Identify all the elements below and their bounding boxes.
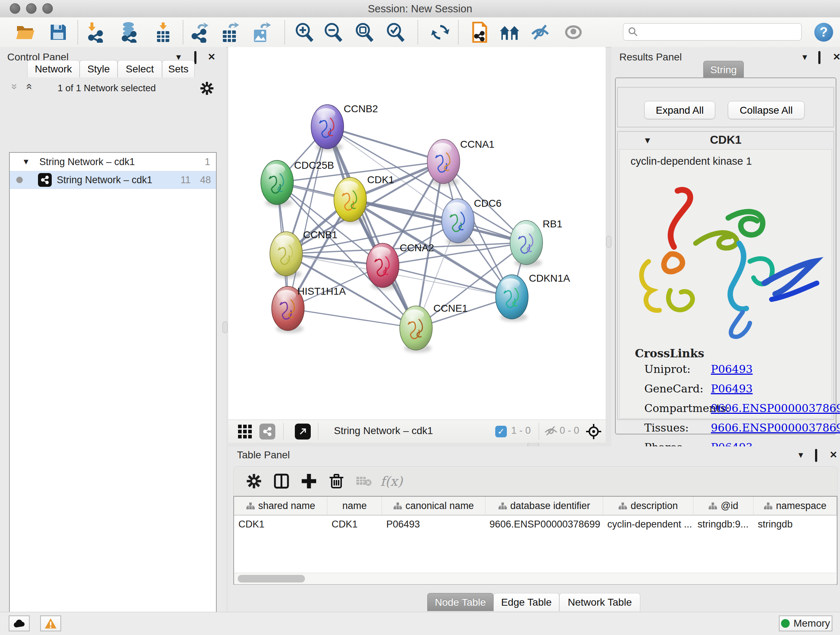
birdseye-view-icon[interactable] xyxy=(236,423,254,440)
network-node-CCNB2[interactable] xyxy=(311,105,344,151)
table-settings-gear-icon[interactable] xyxy=(244,471,264,491)
warning-status-button[interactable] xyxy=(40,616,61,631)
import-table-file-icon[interactable] xyxy=(152,21,174,43)
network-canvas[interactable]: CCNB2 CCNA1 CDC25B CDK1 CDC6 RB1 CCNB1 C… xyxy=(228,47,606,420)
results-panel-close-icon[interactable]: ✕ xyxy=(833,51,840,63)
control-panel-close-icon[interactable]: ✕ xyxy=(208,51,216,63)
control-panel-float-icon[interactable] xyxy=(194,52,196,63)
table-cell[interactable]: stringdb xyxy=(753,515,837,533)
node-label-CDC6: CDC6 xyxy=(474,198,501,209)
network-row[interactable]: String Network – cdk1 11 48 xyxy=(10,171,216,189)
table-panel-title: Table Panel xyxy=(237,449,290,461)
hide-selection-icon[interactable] xyxy=(529,21,551,43)
first-neighbors-icon[interactable] xyxy=(499,21,522,43)
gene-symbol: CDK1 xyxy=(618,133,834,147)
tab-network[interactable]: Network xyxy=(27,60,80,78)
search-input[interactable] xyxy=(638,26,792,38)
open-session-icon[interactable] xyxy=(14,21,37,43)
delete-column-trash-icon[interactable] xyxy=(326,471,347,491)
zoom-in-icon[interactable] xyxy=(293,21,316,43)
show-all-icon[interactable] xyxy=(562,21,584,43)
network-edge[interactable] xyxy=(327,127,416,328)
export-image-icon[interactable] xyxy=(250,21,273,43)
expand-all-button[interactable]: Expand All xyxy=(644,101,715,119)
fit-selected-crosshair-icon[interactable] xyxy=(585,423,602,440)
column-header[interactable]: description xyxy=(603,497,693,515)
crosslink-value-link[interactable]: 9606.ENSP00000378699 xyxy=(711,421,840,434)
column-header[interactable]: canonical name xyxy=(382,497,485,515)
node-table[interactable]: shared namenamecanonical namedatabase id… xyxy=(233,496,837,585)
table-row[interactable]: CDK1CDK1P064939606.ENSP00000378699cyclin… xyxy=(234,515,837,533)
table-panel-float-icon[interactable] xyxy=(815,450,817,461)
results-panel-collapse-icon[interactable]: ▾ xyxy=(802,51,807,63)
collection-label: String Network – cdk1 xyxy=(39,157,135,168)
zoom-out-icon[interactable] xyxy=(322,21,344,43)
navbar-separator xyxy=(318,423,318,440)
table-panel-collapse-icon[interactable]: ▾ xyxy=(798,449,803,461)
network-node-CDC6[interactable] xyxy=(442,199,474,245)
crosslink-value-link[interactable]: 9606.ENSP00000378699 xyxy=(711,402,840,415)
table-cell[interactable]: 9606.ENSP00000378699 xyxy=(485,515,603,533)
export-network-icon[interactable] xyxy=(189,21,211,43)
toolbar-search[interactable] xyxy=(623,23,802,41)
column-header[interactable]: @id xyxy=(693,497,753,515)
network-node-CDKN1A[interactable] xyxy=(496,275,528,321)
refresh-icon[interactable] xyxy=(429,21,452,43)
help-button[interactable]: ? xyxy=(813,21,835,43)
collapse-all-button[interactable]: Collapse All xyxy=(728,101,805,119)
left-splitter-handle[interactable] xyxy=(223,321,227,333)
zoom-fit-icon[interactable] xyxy=(353,21,376,43)
import-network-file-icon[interactable] xyxy=(85,21,107,43)
tab-style[interactable]: Style xyxy=(80,60,118,78)
column-header[interactable]: database identifier xyxy=(485,497,603,515)
table-panel-close-icon[interactable]: ✕ xyxy=(829,449,837,461)
results-panel-float-icon[interactable] xyxy=(818,52,821,63)
network-collection-row[interactable]: ▼ String Network – cdk1 1 xyxy=(10,153,216,171)
add-column-icon[interactable] xyxy=(299,471,319,491)
table-hscrollbar-thumb[interactable] xyxy=(238,575,305,583)
network-options-gear-icon[interactable] xyxy=(200,81,214,97)
network-node-CDC25B[interactable] xyxy=(261,160,294,207)
tab-node-table[interactable]: Node Table xyxy=(427,593,493,611)
export-table-icon[interactable] xyxy=(219,21,242,43)
right-splitter-handle[interactable] xyxy=(606,236,611,248)
crosslink-value-link[interactable]: P06493 xyxy=(711,382,753,395)
crosslink-value-link[interactable]: P06493 xyxy=(711,363,753,375)
save-session-icon[interactable] xyxy=(47,21,69,43)
tab-select[interactable]: Select xyxy=(118,60,162,78)
tab-network-table[interactable]: Network Table xyxy=(559,593,640,611)
table-cell[interactable]: stringdb:9... xyxy=(693,515,753,533)
annotation-mode-icon[interactable] xyxy=(294,423,311,440)
results-buttons-box: Expand All Collapse All xyxy=(617,87,834,127)
table-cell[interactable]: CDK1 xyxy=(327,515,382,533)
network-node-CDK1[interactable] xyxy=(334,177,366,224)
network-node-CCNB1[interactable] xyxy=(270,232,302,279)
network-node-RB1[interactable] xyxy=(510,220,543,267)
column-header[interactable]: shared name xyxy=(234,497,327,515)
column-header[interactable]: namespace xyxy=(753,497,837,515)
table-cell[interactable]: P06493 xyxy=(382,515,485,533)
toolbar-separator xyxy=(417,20,418,44)
table-cell[interactable]: cyclin-dependent ... xyxy=(603,515,693,533)
string-style-icon[interactable] xyxy=(259,423,276,440)
network-node-CCNA1[interactable] xyxy=(427,139,460,186)
selected-nodes-checkbox-icon[interactable]: ✓ xyxy=(493,423,510,440)
gene-description: cyclin-dependent kinase 1 xyxy=(620,149,832,167)
network-edge[interactable] xyxy=(288,309,416,328)
collection-expand-icon[interactable]: ▼ xyxy=(22,157,30,166)
network-edge[interactable] xyxy=(327,127,444,162)
tab-sets[interactable]: Sets xyxy=(162,60,195,78)
network-node-CCNA2[interactable] xyxy=(366,243,399,290)
network-node-CCNE1[interactable] xyxy=(400,306,432,353)
import-network-database-icon[interactable] xyxy=(118,21,141,43)
table-hscrollbar[interactable] xyxy=(234,573,836,584)
new-network-from-selection-icon[interactable] xyxy=(468,21,491,43)
show-columns-icon[interactable] xyxy=(271,471,292,491)
memory-button[interactable]: Memory xyxy=(779,616,832,631)
tab-string[interactable]: String xyxy=(703,61,744,78)
zoom-selected-icon[interactable] xyxy=(384,21,407,43)
column-header[interactable]: name xyxy=(327,497,382,515)
table-cell[interactable]: CDK1 xyxy=(234,515,327,533)
cloud-status-button[interactable] xyxy=(9,616,30,631)
tab-edge-table[interactable]: Edge Table xyxy=(493,593,559,611)
